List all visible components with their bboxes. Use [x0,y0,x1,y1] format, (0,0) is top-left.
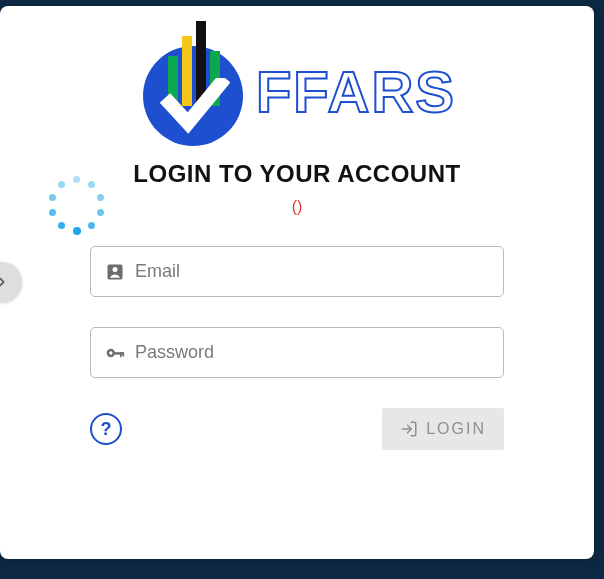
error-message: () [30,198,564,216]
svg-point-1 [113,267,118,272]
email-input[interactable] [135,261,489,282]
svg-point-3 [109,351,112,354]
login-button-label: LOGIN [426,420,486,438]
loading-spinner [48,176,104,232]
password-field-wrap[interactable] [90,327,504,378]
email-field-wrap[interactable] [90,246,504,297]
svg-rect-5 [120,352,122,357]
person-icon [105,262,125,282]
password-input[interactable] [135,342,489,363]
brand-logo [138,36,248,146]
svg-rect-6 [123,352,125,356]
brand-name: FFARS [256,58,456,125]
svg-rect-4 [114,352,123,355]
logo-row: FFARS [30,36,564,146]
login-form [90,246,504,378]
login-button[interactable]: LOGIN [382,408,504,450]
login-icon [400,420,418,438]
form-footer: ? LOGIN [90,408,504,450]
chevron-right-icon [0,275,9,289]
help-icon-label: ? [101,419,112,440]
checkmark-icon [160,78,230,138]
login-card: FFARS LOGIN TO YOUR ACCOUNT () ? [0,6,594,559]
page-title: LOGIN TO YOUR ACCOUNT [30,160,564,188]
help-button[interactable]: ? [90,413,122,445]
key-icon [105,343,125,363]
